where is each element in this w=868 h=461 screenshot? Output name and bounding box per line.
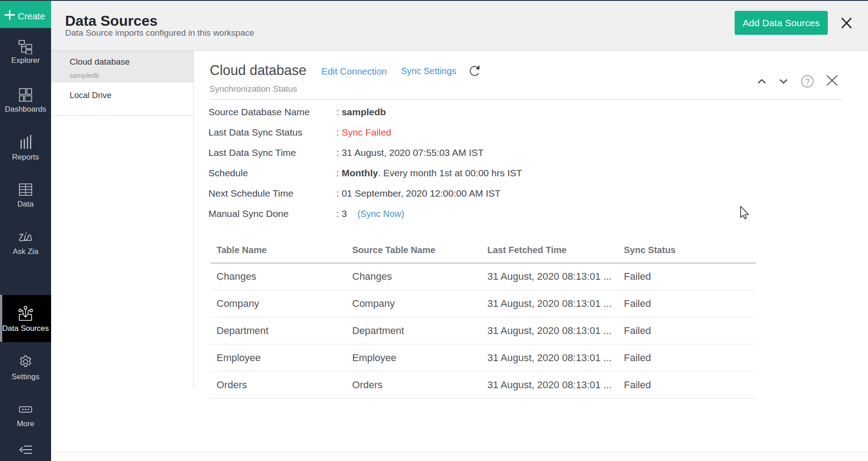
svg-text:?: ? — [805, 77, 810, 86]
